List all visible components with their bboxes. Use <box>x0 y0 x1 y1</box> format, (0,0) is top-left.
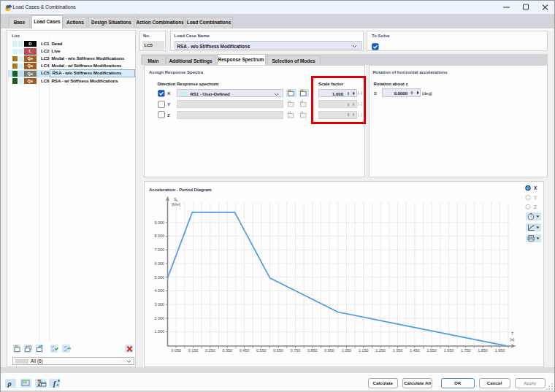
svg-text:f: f <box>53 380 56 388</box>
svg-text:0.450: 0.450 <box>240 347 250 352</box>
svg-text:ρ: ρ <box>7 380 12 388</box>
svg-text:1.650: 1.650 <box>444 347 454 352</box>
svg-text:1.950: 1.950 <box>495 347 505 352</box>
svg-text:9.000: 9.000 <box>155 220 165 224</box>
svg-text:8.000: 8.000 <box>155 234 165 238</box>
svg-text:7.000: 7.000 <box>155 247 165 252</box>
svg-text:x: x <box>56 383 59 387</box>
svg-text:1.250: 1.250 <box>375 347 386 352</box>
svg-text:0.050: 0.050 <box>171 347 181 352</box>
svg-text:5.000: 5.000 <box>155 274 165 279</box>
svg-text:6.000: 6.000 <box>155 261 165 265</box>
svg-text:1.000: 1.000 <box>155 329 165 334</box>
svg-text:1.350: 1.350 <box>393 347 403 352</box>
svg-text:1.450: 1.450 <box>410 347 420 352</box>
svg-text:3.000: 3.000 <box>155 301 165 306</box>
svg-text:[s]: [s] <box>510 337 515 341</box>
svg-text:2.000: 2.000 <box>155 315 165 320</box>
svg-text:0.550: 0.550 <box>256 347 267 352</box>
svg-text:1.050: 1.050 <box>342 347 352 352</box>
svg-text:0.850: 0.850 <box>307 347 318 352</box>
svg-text:0.00: 0.00 <box>23 381 27 384</box>
svg-text:4.000: 4.000 <box>155 288 165 293</box>
svg-text:0.150: 0.150 <box>188 347 199 352</box>
svg-text:0.350: 0.350 <box>222 347 232 352</box>
svg-text:0.250: 0.250 <box>205 347 215 352</box>
svg-text:0.950: 0.950 <box>324 347 334 352</box>
svg-text:1.850: 1.850 <box>478 347 488 352</box>
svg-text:0.650: 0.650 <box>273 347 283 352</box>
svg-text:T: T <box>511 331 514 335</box>
svg-text:1.750: 1.750 <box>461 347 471 352</box>
svg-text:[ft/s²]: [ft/s²] <box>172 201 180 206</box>
svg-text:1.550: 1.550 <box>426 347 437 352</box>
svg-text:0.750: 0.750 <box>291 347 301 352</box>
svg-text:1.150: 1.150 <box>359 347 369 352</box>
